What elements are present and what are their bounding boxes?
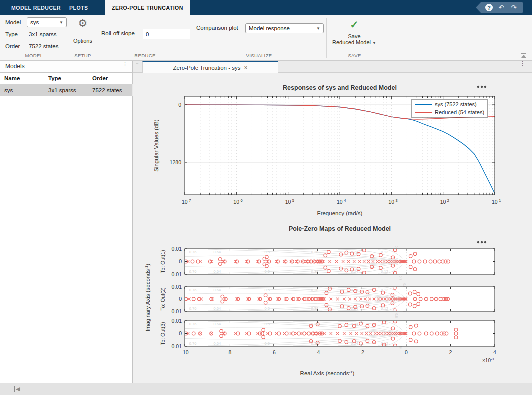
svg-text:0.64: 0.64 <box>214 341 221 346</box>
pz-row-label: To: Out(3) <box>160 322 166 345</box>
document-tab-label: Zero-Pole Truncation - sys <box>173 65 241 71</box>
options-button[interactable]: ⚙ Options <box>71 18 95 44</box>
svg-text:0.76: 0.76 <box>189 341 197 346</box>
help-icon[interactable]: ? <box>485 4 493 11</box>
tab-model-reducer[interactable]: MODEL REDUCER <box>4 0 68 15</box>
options-button-label: Options <box>73 38 92 44</box>
order-value: 7522 states <box>29 43 58 49</box>
rolloff-input[interactable] <box>143 29 190 39</box>
svg-text:0.64: 0.64 <box>214 269 221 274</box>
toolstrip-ribbon: Model sys ▼ Type 3x1 sparss Order 7522 s… <box>0 15 532 61</box>
svg-text:0.5: 0.5 <box>264 250 269 254</box>
model-reducer-app: MODEL REDUCER PLOTS ZERO-POLE TRUNCATION… <box>0 0 532 395</box>
check-icon: ✓ <box>350 19 359 30</box>
table-row[interactable]: sys 3x1 sparss 7522 states <box>0 84 133 96</box>
svg-text:0.38: 0.38 <box>311 341 318 346</box>
pz-plot-title: Pole-Zero Maps of Reduced Model <box>289 225 391 232</box>
svg-text:-6: -6 <box>271 349 275 355</box>
comparison-plot-value: Model response <box>249 25 290 31</box>
comparison-plot-label: Comparison plot <box>196 25 238 31</box>
tab-zero-pole-truncation[interactable]: ZERO-POLE TRUNCATION <box>105 0 190 15</box>
svg-text:0.38: 0.38 <box>311 269 318 274</box>
redo-icon[interactable]: ↷ <box>510 4 518 12</box>
cell-type: 3x1 sparss <box>44 84 88 96</box>
svg-text:0.38: 0.38 <box>311 288 318 292</box>
model-section-label: MODEL <box>10 53 58 58</box>
quick-access-toolbar: ? ↶ ↷ <box>476 2 523 13</box>
plot-menu-button[interactable] <box>477 241 486 243</box>
svg-text:0: 0 <box>179 330 182 336</box>
svg-text:Frequency (rad/s): Frequency (rad/s) <box>317 210 363 216</box>
document-tabbar-menu-button[interactable]: ⋮ <box>520 62 525 65</box>
svg-text:Imaginary Axis (seconds-1): Imaginary Axis (seconds-1) <box>144 264 151 332</box>
model-dropdown[interactable]: sys ▼ <box>27 17 67 27</box>
legend[interactable]: sys (7522 states)Reduced (54 states) <box>411 100 488 117</box>
svg-text:-0.01: -0.01 <box>170 308 182 314</box>
models-panel-header: Models ⋮ <box>0 61 132 72</box>
column-header-order[interactable]: Order <box>88 72 133 84</box>
svg-text:0.12: 0.12 <box>381 341 388 346</box>
pole-zero-map-plot: Pole-Zero Maps of Reduced Model0.9850.94… <box>133 223 532 385</box>
svg-text:-1280: -1280 <box>168 159 181 165</box>
svg-text:sys (7522 states): sys (7522 states) <box>435 101 477 107</box>
svg-text:0.38: 0.38 <box>311 250 318 254</box>
svg-text:10-7: 10-7 <box>182 198 191 205</box>
collapse-ribbon-button[interactable] <box>521 53 527 58</box>
svg-text:10-5: 10-5 <box>285 198 294 205</box>
svg-text:10-1: 10-1 <box>492 198 501 205</box>
save-section-label: SAVE <box>331 53 378 58</box>
svg-text:0.64: 0.64 <box>214 322 221 326</box>
svg-text:Real Axis (seconds-1): Real Axis (seconds-1) <box>300 370 355 376</box>
document-tab[interactable]: Zero-Pole Truncation - sys × <box>142 61 278 73</box>
collapse-left-icon: ◀ <box>16 386 20 392</box>
drag-handle-icon[interactable]: ≡ <box>136 63 139 65</box>
sv-plot-title: Responses of sys and Reduced Model <box>283 84 397 91</box>
svg-text:0.01: 0.01 <box>172 318 182 324</box>
svg-text:0.76: 0.76 <box>189 306 197 311</box>
close-icon[interactable]: × <box>244 64 247 71</box>
type-value: 3x1 sparss <box>29 31 57 37</box>
svg-text:0.5: 0.5 <box>264 288 269 292</box>
models-table-header: Name Type Order <box>0 72 133 84</box>
ribbon-separator <box>193 18 193 58</box>
document-area: ≡ Zero-Pole Truncation - sys × ⋮ 10-710-… <box>133 61 532 383</box>
comparison-plot-dropdown[interactable]: Model response ▼ <box>245 23 324 33</box>
setup-section-label: SETUP <box>71 53 95 58</box>
svg-text:-8: -8 <box>227 349 231 355</box>
collapse-panel-button[interactable]: ◀ <box>14 386 20 392</box>
column-header-name[interactable]: Name <box>0 72 44 84</box>
svg-text:0.76: 0.76 <box>189 269 197 274</box>
gear-icon: ⚙ <box>78 18 88 29</box>
cell-order: 7522 states <box>88 84 133 96</box>
svg-text:0.5: 0.5 <box>264 341 269 346</box>
svg-text:0.5: 0.5 <box>264 269 269 274</box>
undo-icon[interactable]: ↶ <box>497 4 505 12</box>
type-label: Type <box>5 31 18 37</box>
svg-text:2: 2 <box>449 349 452 355</box>
svg-text:-10: -10 <box>181 349 188 355</box>
svg-text:0.7: 0.7 <box>399 276 402 280</box>
save-reduced-model-button[interactable]: ✓ Save Reduced Model ▼ <box>324 19 384 45</box>
chevron-down-icon: ▼ <box>316 26 320 31</box>
figure-container: 10-710-610-510-410-310-210-10-1280Respon… <box>133 73 532 383</box>
svg-text:10-6: 10-6 <box>233 198 242 205</box>
svg-text:0.8: 0.8 <box>395 313 398 318</box>
models-table: Name Type Order sys 3x1 sparss 7522 stat… <box>0 72 133 96</box>
svg-text:0.01: 0.01 <box>172 284 182 290</box>
models-panel-menu-button[interactable]: ⋮ <box>122 63 127 65</box>
svg-text:-0.01: -0.01 <box>170 271 182 277</box>
chevron-down-icon: ▼ <box>59 20 63 25</box>
svg-text:0.12: 0.12 <box>381 269 388 274</box>
svg-text:10-3: 10-3 <box>388 198 397 205</box>
column-header-type[interactable]: Type <box>44 72 88 84</box>
tab-plots[interactable]: PLOTS <box>62 0 95 15</box>
ribbon-separator <box>97 18 97 58</box>
toolstrip-tabbar: MODEL REDUCER PLOTS ZERO-POLE TRUNCATION… <box>0 0 532 15</box>
plot-menu-button[interactable] <box>477 86 486 88</box>
svg-text:0.64: 0.64 <box>214 306 221 311</box>
model-label: Model <box>5 19 21 25</box>
collapse-ribbon-icon <box>521 53 526 54</box>
svg-text:-2: -2 <box>360 349 364 355</box>
svg-text:0.01: 0.01 <box>172 246 182 252</box>
singular-values-plot: 10-710-610-510-410-310-210-10-1280Respon… <box>133 73 532 221</box>
